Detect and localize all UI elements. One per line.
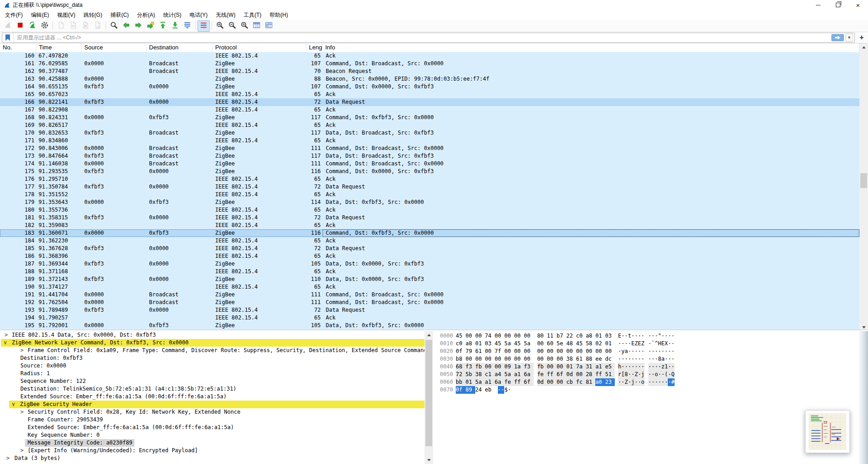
- column-header-len[interactable]: Lengt: [306, 44, 323, 52]
- detail-line[interactable]: >Data (3 bytes): [0, 454, 424, 462]
- packet-row[interactable]: 17891.351552IEEE 802.15.465Ack: [0, 191, 859, 198]
- collapse-arrow-icon[interactable]: ∨: [4, 339, 7, 347]
- column-header-no[interactable]: No.: [0, 44, 36, 52]
- packet-row[interactable]: 19591.7920010x00000xfbf3ZigBee105Data, D…: [0, 322, 859, 329]
- detail-line[interactable]: ∨ZigBee Security Header: [0, 401, 424, 408]
- column-header-proto[interactable]: Protocol: [212, 44, 306, 52]
- scroll-up-button[interactable]: [859, 44, 868, 51]
- filter-history-dropdown[interactable]: ▼: [845, 34, 853, 42]
- menu-wireless[interactable]: 无线(W): [212, 10, 239, 20]
- hex-row[interactable]: 0050725b38c1a45aa16afeff6f0d0028ff51r[8·…: [438, 371, 858, 378]
- packet-row[interactable]: 17691.295710IEEE 802.15.465Ack: [0, 175, 859, 183]
- details-hex-splitter[interactable]: [433, 331, 438, 464]
- menu-analyze[interactable]: 分析(A): [133, 10, 159, 20]
- packet-row[interactable]: 17390.8476640xfbf3BroadcastZigBee117Data…: [0, 152, 859, 160]
- filter-add-button[interactable]: +: [857, 33, 866, 42]
- hex-row[interactable]: 00700f8924eb··$·: [438, 386, 858, 394]
- hex-row[interactable]: 000045000074000000008011b722c0a80103E··t…: [438, 332, 858, 340]
- detail-line[interactable]: Key Sequence Number: 0: [0, 431, 424, 439]
- menu-file[interactable]: 文件(F): [1, 10, 27, 20]
- hex-row[interactable]: 0010c0a80103455a455a00605e4845580201····…: [438, 340, 858, 348]
- auto-scroll-button[interactable]: [181, 20, 193, 32]
- packet-row[interactable]: 17090.8326530xfbf3BroadcastZigBee117Data…: [0, 129, 859, 137]
- menu-capture[interactable]: 捕获(C): [106, 10, 133, 20]
- packet-row[interactable]: 16390.4258880x0000ZigBee88Beacon, Src: 0…: [0, 75, 859, 83]
- menu-tools[interactable]: 工具(T): [240, 10, 265, 20]
- resize-columns-button[interactable]: [251, 20, 263, 32]
- capture-stop-button[interactable]: [14, 20, 26, 32]
- zoom-out-button[interactable]: [226, 20, 238, 32]
- detail-line[interactable]: Extended Source: Ember_ff:fe:6a:a1:5a (0…: [0, 393, 424, 401]
- expand-arrow-icon[interactable]: >: [6, 454, 10, 462]
- menu-statistics[interactable]: 统计(S): [159, 10, 185, 20]
- expand-arrow-icon[interactable]: >: [20, 408, 24, 416]
- packet-row[interactable]: 17991.3536430x00000xfbf3ZigBee114Data, D…: [0, 198, 859, 206]
- packet-row[interactable]: 16990.826517IEEE 802.15.465Ack: [0, 121, 859, 129]
- menu-go[interactable]: 跳转(G): [79, 10, 106, 20]
- packet-row[interactable]: 16176.0295850x0000BroadcastZigBee107Comm…: [0, 60, 859, 68]
- detail-line[interactable]: >Frame Control Field: 0x1a09, Frame Type…: [0, 347, 424, 354]
- detail-line[interactable]: Radius: 1: [0, 370, 424, 377]
- packet-row[interactable]: 17190.834860IEEE 802.15.465Ack: [0, 137, 859, 145]
- packet-row[interactable]: 16590.657023IEEE 802.15.465Ack: [0, 91, 859, 98]
- filter-apply-button[interactable]: [831, 34, 844, 41]
- detail-line[interactable]: Message Integrity Code: a0230f89: [0, 439, 424, 447]
- capture-options-button[interactable]: [39, 20, 51, 32]
- packet-row[interactable]: 18191.3583150xfbf30x0000IEEE 802.15.472D…: [0, 214, 859, 222]
- packet-row[interactable]: 18991.3721430xfbf30x0000ZigBee110Data, D…: [0, 276, 859, 283]
- packet-row[interactable]: 16290.377487BroadcastIEEE 802.15.470Beac…: [0, 68, 859, 75]
- packet-row[interactable]: 18791.3693440xfbf30x0000ZigBee105Data, D…: [0, 260, 859, 268]
- menu-edit[interactable]: 编辑(E): [27, 10, 53, 20]
- packet-row[interactable]: 19191.4417040x0000BroadcastZigBee111Comm…: [0, 291, 859, 299]
- packet-row[interactable]: 16067.497820IEEE 802.15.465Ack: [0, 52, 859, 60]
- column-header-info[interactable]: Info: [323, 44, 859, 52]
- detail-line[interactable]: ∨ZigBee Network Layer Command, Dst: 0xfb…: [0, 339, 424, 347]
- detail-line[interactable]: Destination: 0xfbf3: [0, 354, 424, 362]
- scroll-thumb[interactable]: [425, 340, 432, 446]
- go-to-packet-button[interactable]: [145, 20, 157, 32]
- packet-row[interactable]: 19391.7894890xfbf30x0000IEEE 802.15.472D…: [0, 306, 859, 314]
- hex-row[interactable]: 004068f3fb0000091af3fb0000017a31a1e5h···…: [438, 363, 858, 371]
- packet-row[interactable]: 18091.355736IEEE 802.15.465Ack: [0, 206, 859, 214]
- packet-row[interactable]: 19291.7625040x0000BroadcastZigBee111Comm…: [0, 299, 859, 306]
- detail-line[interactable]: >[Expert Info (Warning/Undecoded): Encry…: [0, 447, 424, 454]
- colorize-button[interactable]: [198, 20, 210, 32]
- packet-row[interactable]: 17491.1460380x0000BroadcastZigBee111Comm…: [0, 160, 859, 168]
- packet-row[interactable]: 18291.359083IEEE 802.15.465Ack: [0, 222, 859, 229]
- menu-telephony[interactable]: 电话(Y): [185, 10, 212, 20]
- scroll-down-button[interactable]: [424, 456, 433, 464]
- column-header-dst[interactable]: Destination: [146, 44, 212, 52]
- expand-arrow-icon[interactable]: >: [5, 331, 8, 339]
- zoom-in-button[interactable]: [214, 20, 226, 32]
- go-next-button[interactable]: [132, 20, 145, 32]
- packet-row[interactable]: 17290.8430060x0000BroadcastZigBee111Comm…: [0, 145, 859, 152]
- minimize-button[interactable]: [808, 0, 828, 10]
- packet-row[interactable]: 18891.371168IEEE 802.15.465Ack: [0, 268, 859, 276]
- collapse-arrow-icon[interactable]: ∨: [12, 401, 15, 408]
- hex-row[interactable]: 00200f7961007f0000000000000000000000·ya·…: [438, 348, 858, 355]
- menu-help[interactable]: 帮助(H): [265, 10, 292, 20]
- packet-row[interactable]: 19091.374127IEEE 802.15.465Ack: [0, 283, 859, 291]
- filter-bookmark-button[interactable]: [2, 33, 14, 42]
- detail-line[interactable]: Frame Counter: 29053439: [0, 416, 424, 424]
- detail-line[interactable]: Destination: TelinkSemico_5b:72:e5:a1:31…: [0, 385, 424, 393]
- hex-row[interactable]: 0060bb015aa16afeff6f0d0000cbfc81a023··Z·…: [438, 378, 858, 386]
- scroll-up-button[interactable]: [424, 331, 433, 339]
- go-last-button[interactable]: [169, 20, 181, 32]
- packet-row[interactable]: 18591.3676280xfbf30x0000IEEE 802.15.472D…: [0, 245, 859, 252]
- expand-arrow-icon[interactable]: >: [20, 347, 24, 354]
- go-previous-button[interactable]: [120, 20, 132, 32]
- column-layout-button[interactable]: [263, 20, 275, 32]
- zoom-reset-button[interactable]: [238, 20, 251, 32]
- packet-row[interactable]: 19491.790257IEEE 802.15.465Ack: [0, 314, 859, 322]
- packet-row[interactable]: 16490.6551350xfbf30x0000ZigBee107Command…: [0, 83, 859, 91]
- details-scrollbar[interactable]: [424, 331, 433, 464]
- detail-line[interactable]: Sequence Number: 122: [0, 377, 424, 385]
- packet-list-scrollbar[interactable]: [859, 44, 868, 331]
- detail-line[interactable]: >IEEE 802.15.4 Data, Src: 0x0000, Dst: 0…: [0, 331, 424, 339]
- menu-view[interactable]: 视图(V): [53, 10, 79, 20]
- packet-row[interactable]: 17591.2935350xfbf30x0000ZigBee116Command…: [0, 168, 859, 175]
- hex-row[interactable]: 0030b800000000000000000000386188eedc····…: [438, 355, 858, 363]
- expand-arrow-icon[interactable]: >: [20, 447, 24, 454]
- column-header-time[interactable]: Time: [36, 44, 82, 52]
